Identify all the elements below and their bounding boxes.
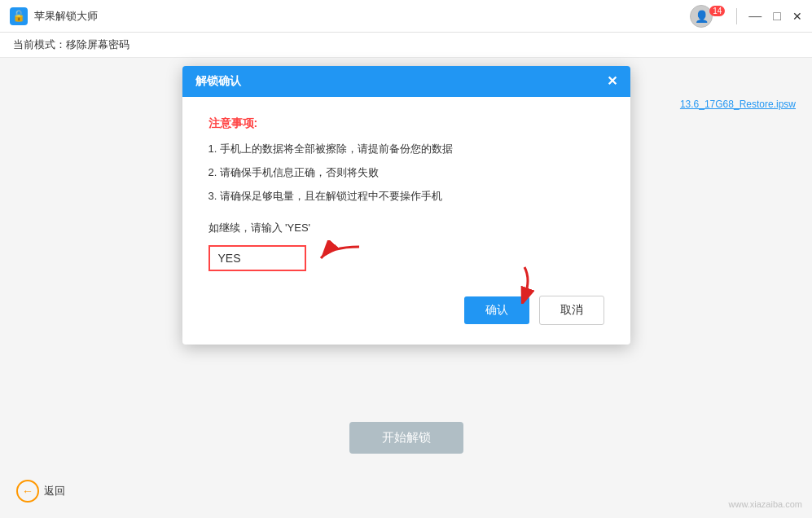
dialog: 解锁确认 ✕ 注意事项: 1. 手机上的数据将全部被擦除，请提前备份您的数据 2… bbox=[182, 66, 630, 345]
cancel-button[interactable]: 取消 bbox=[539, 296, 604, 325]
mode-bar: 当前模式：移除屏幕密码 bbox=[0, 33, 812, 58]
start-unlock-button[interactable]: 开始解锁 bbox=[349, 422, 463, 454]
dialog-body: 注意事项: 1. 手机上的数据将全部被擦除，请提前备份您的数据 2. 请确保手机… bbox=[182, 97, 630, 296]
user-badge: 14 bbox=[709, 6, 725, 16]
main-area: 13.6_17G68_Restore.ipsw 解锁确认 ✕ 注意事项: 1. … bbox=[0, 58, 812, 518]
arrow-to-input-icon bbox=[314, 240, 363, 276]
app-title: 苹果解锁大师 bbox=[34, 9, 98, 24]
notice-item-3: 3. 请确保足够电量，且在解锁过程中不要操作手机 bbox=[208, 188, 604, 205]
notice-item-2: 2. 请确保手机信息正确，否则将失败 bbox=[208, 165, 604, 182]
title-bar-right: 👤 14 — □ ✕ bbox=[690, 5, 802, 28]
maximize-button[interactable]: □ bbox=[773, 10, 781, 23]
watermark: www.xiazaiba.com bbox=[729, 499, 802, 509]
start-area: 开始解锁 bbox=[349, 422, 463, 454]
dialog-close-button[interactable]: ✕ bbox=[607, 75, 617, 88]
mode-label: 当前模式：移除屏幕密码 bbox=[13, 38, 129, 50]
dialog-title: 解锁确认 bbox=[195, 74, 241, 89]
user-icon-wrapper: 👤 14 bbox=[690, 5, 725, 28]
title-bar-left: 🔓 苹果解锁大师 bbox=[10, 7, 98, 25]
minimize-button[interactable]: — bbox=[748, 10, 762, 23]
back-label: 返回 bbox=[44, 484, 65, 498]
app-icon: 🔓 bbox=[10, 7, 28, 25]
notice-title: 注意事项: bbox=[208, 116, 604, 131]
dialog-footer: 确认 取消 bbox=[182, 296, 630, 345]
input-section: 如继续，请输入 'YES' bbox=[208, 221, 604, 276]
back-icon: ← bbox=[16, 480, 39, 503]
notice-item-1: 1. 手机上的数据将全部被擦除，请提前备份您的数据 bbox=[208, 141, 604, 158]
back-button[interactable]: ← 返回 bbox=[16, 480, 65, 503]
yes-input[interactable] bbox=[208, 245, 306, 271]
close-button[interactable]: ✕ bbox=[792, 11, 802, 22]
title-bar: 🔓 苹果解锁大师 👤 14 — □ ✕ bbox=[0, 0, 812, 33]
arrow-to-confirm-icon bbox=[500, 263, 541, 307]
title-separator bbox=[736, 8, 737, 24]
input-label: 如继续，请输入 'YES' bbox=[208, 221, 363, 235]
dialog-header: 解锁确认 ✕ bbox=[182, 66, 630, 97]
